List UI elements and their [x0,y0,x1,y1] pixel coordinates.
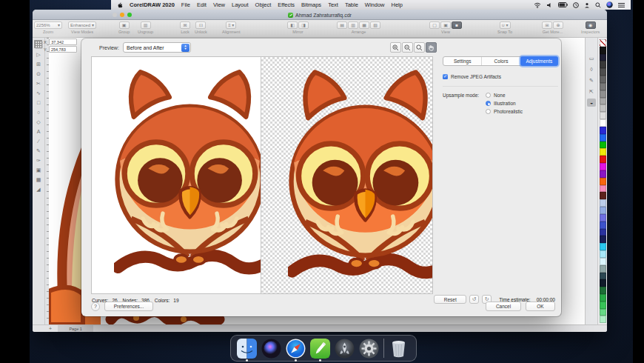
radio-photorealistic[interactable] [486,109,491,114]
search-icon[interactable] [595,2,601,8]
zoom-dropdown[interactable]: 2256%▾ [34,21,62,29]
ellipse-tool-icon[interactable]: ○ [35,108,43,116]
page-tab[interactable]: Page 1 [58,325,93,332]
color-swatch[interactable] [600,273,606,280]
radio-row-photorealistic[interactable]: Photorealistic [486,109,523,114]
zoom-tool-icon[interactable]: ⊙ [35,70,43,78]
unlock-button[interactable]: ⊡ [195,21,206,29]
dock-item-trash[interactable] [389,339,409,359]
view-button-3[interactable]: ■ [452,21,462,29]
rectangle-tool-icon[interactable]: □ [35,99,43,107]
tab-settings[interactable]: Settings [443,57,482,65]
x-position-field[interactable]: 37,342 [49,39,77,45]
line-tool-icon[interactable]: ∕ [35,137,43,145]
reset-button[interactable]: Reset [434,295,466,304]
pen-tool-icon[interactable]: ✎ [35,147,43,155]
pattern-tool-icon[interactable]: ▦ [35,176,43,184]
color-swatch[interactable] [600,222,606,229]
artistic-media-tool-icon[interactable]: ✑ [35,156,43,164]
dimension-icon[interactable]: ⇱ [587,87,596,96]
no-fill-swatch[interactable] [600,39,606,47]
finder-icon[interactable] [237,339,257,359]
view-modes-dropdown[interactable]: Enhanced▾ [68,21,96,29]
color-swatch[interactable] [600,229,606,236]
siri-icon[interactable] [606,1,613,8]
color-swatch[interactable] [600,83,606,90]
view-button-2[interactable]: ▣ [440,21,451,29]
color-swatch[interactable] [600,156,606,163]
color-swatch[interactable] [600,104,606,112]
freehand-tool-icon[interactable]: ∿ [35,89,43,97]
color-swatch[interactable] [600,119,606,127]
snap-to-button[interactable]: ∪ ▾ [500,21,511,29]
mirror-button-1[interactable]: ◧ [287,21,298,29]
siri-icon[interactable] [261,339,281,359]
color-swatch[interactable] [600,250,606,258]
remove-jpeg-checkbox[interactable]: ✓ [443,74,448,79]
inspectors-button[interactable]: ◉ [586,21,596,29]
preferences-button[interactable]: Preferences... [104,302,153,311]
color-swatch[interactable] [600,148,606,156]
help-button[interactable]: ? [91,302,100,311]
menu-item-coreldraw-2020[interactable]: CorelDRAW 2020 [130,1,175,8]
zoom-level-button[interactable] [414,42,425,53]
menu-item-window[interactable]: Window [365,1,385,8]
trash-icon[interactable] [389,339,409,359]
preview-after-pane[interactable] [261,57,432,293]
dock-item-coreldraw[interactable] [310,339,330,359]
stepper-icon[interactable]: ▲▼ [181,44,189,52]
crop-tool-icon[interactable]: ⊞ [35,60,43,68]
cursor-icon[interactable]: ✎ [587,76,596,84]
color-swatch[interactable] [600,279,606,287]
menu-item-edit[interactable]: Edit [197,1,207,8]
dock-item-finder[interactable] [237,339,257,359]
radio-none[interactable] [486,93,491,98]
menu-item-object[interactable]: Object [255,1,272,8]
tab-adjustments[interactable]: Adjustments [520,56,558,66]
color-swatch[interactable] [600,61,606,68]
preview-before-pane[interactable] [92,57,261,293]
zoom-out-button[interactable] [402,42,413,53]
eyedropper-tool-icon[interactable]: ◢ [35,185,43,193]
text-tool-icon[interactable]: A [35,127,43,136]
color-swatch[interactable] [600,287,606,294]
battery-icon[interactable] [558,2,568,7]
coreldraw-icon[interactable] [310,339,330,359]
group-button[interactable]: ▣ [119,21,130,29]
color-swatch[interactable] [600,68,606,76]
lock-button[interactable]: ⊠ [180,21,190,29]
menu-item-text[interactable]: Text [328,1,338,8]
color-swatch[interactable] [600,112,606,119]
alignment-button[interactable]: ≡ ▾ [226,21,236,29]
wifi-icon[interactable] [534,2,541,8]
zoom-in-button[interactable] [390,42,401,53]
radio-illustration[interactable] [486,101,491,106]
volume-icon[interactable] [546,2,553,8]
color-swatch[interactable] [600,316,606,323]
color-swatch[interactable] [600,294,606,302]
color-swatch[interactable] [600,90,606,98]
apple-menu-icon[interactable] [117,1,123,8]
color-swatch[interactable] [600,98,606,105]
color-swatch[interactable] [600,54,606,61]
undo-icon[interactable]: ↺ [469,295,479,304]
dock-item-siri[interactable] [261,339,281,359]
color-swatch[interactable] [600,170,606,178]
ungroup-button[interactable]: ▥ [141,21,151,29]
get-more-button-1[interactable]: ⊞ [542,21,552,29]
clock-icon[interactable] [573,2,579,8]
view-button-1[interactable]: ▢ [429,21,440,29]
pan-button[interactable] [426,42,437,53]
preview-mode-select[interactable]: Before and After ▲▼ [123,42,191,53]
add-page-button[interactable]: + [49,325,52,332]
color-palette-icon[interactable]: ◒ [587,99,596,107]
dock-item-system-preferences[interactable] [359,339,379,359]
mesh-tool-icon[interactable]: ▣ [35,166,43,174]
color-swatch[interactable] [600,47,606,54]
color-swatch[interactable] [600,265,606,273]
menu-item-view[interactable]: View [213,1,225,8]
safari-icon[interactable] [286,339,306,359]
arrange-button-4[interactable]: ▧ [370,21,380,29]
menu-item-help[interactable]: Help [392,1,403,8]
color-swatch[interactable] [600,127,606,134]
